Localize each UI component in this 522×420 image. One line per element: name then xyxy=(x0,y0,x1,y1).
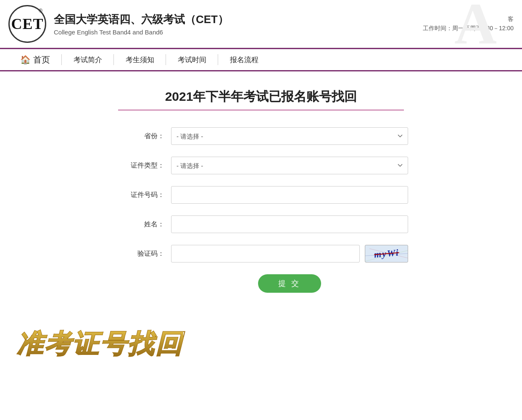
captcha-code-text: myWi xyxy=(374,247,400,260)
name-label: 姓名： xyxy=(114,220,164,229)
captcha-image[interactable]: myWi xyxy=(365,245,408,262)
site-title-cn: 全国大学英语四、六级考试（CET） xyxy=(54,12,229,27)
main-content: 2021年下半年考试已报名账号找回 省份： - 请选择 - 证件类型： - 请选… xyxy=(0,71,522,301)
navbar: 🏠 首页 考试简介 考生须知 考试时间 报名流程 xyxy=(0,48,522,71)
header-right: 客 工作时间：周一至周五8:30－12:00 xyxy=(423,16,514,32)
submit-button[interactable]: 提 交 xyxy=(258,274,321,293)
nav-time-label: 考试时间 xyxy=(178,55,206,65)
header-title-block: 全国大学英语四、六级考试（CET） College English Test B… xyxy=(54,12,229,36)
site-title-en: College English Test Band4 and Band6 xyxy=(54,29,229,36)
submit-row: 提 交 xyxy=(171,274,408,293)
id-type-control: - 请选择 - xyxy=(171,157,408,174)
logo-text: CET xyxy=(11,15,43,33)
id-number-row: 证件号码： xyxy=(114,186,408,204)
account-recovery-form: 省份： - 请选择 - 证件类型： - 请选择 - 证件号码： xyxy=(114,127,408,293)
nav-notice-label: 考生须知 xyxy=(126,55,154,65)
work-time: 工作时间：周一至周五8:30－12:00 xyxy=(423,25,514,32)
logo-registered: ® xyxy=(39,8,42,14)
bottom-title-fill: 准考证号找回 xyxy=(17,326,183,362)
province-control: - 请选择 - xyxy=(171,127,408,145)
name-row: 姓名： xyxy=(114,215,408,233)
logo: ® CET xyxy=(8,5,46,43)
captcha-group: myWi xyxy=(171,245,408,262)
captcha-label: 验证码： xyxy=(114,249,164,258)
id-number-input[interactable] xyxy=(171,186,408,204)
home-icon: 🏠 xyxy=(20,55,31,65)
header: ® CET 全国大学英语四、六级考试（CET） College English … xyxy=(0,0,522,48)
id-type-row: 证件类型： - 请选择 - xyxy=(114,157,408,174)
nav-process[interactable]: 报名流程 xyxy=(218,49,270,70)
nav-intro[interactable]: 考试简介 xyxy=(62,49,114,70)
nav-process-label: 报名流程 xyxy=(230,55,258,65)
nav-home-icon[interactable]: 🏠 首页 xyxy=(8,49,62,70)
id-number-control xyxy=(171,186,408,204)
nav-intro-label: 考试简介 xyxy=(74,55,102,65)
header-left: ® CET 全国大学英语四、六级考试（CET） College English … xyxy=(8,5,229,43)
province-label: 省份： xyxy=(114,132,164,141)
page-title: 2021年下半年考试已报名账号找回 xyxy=(165,88,357,105)
province-select[interactable]: - 请选择 - xyxy=(171,127,408,145)
nav-time[interactable]: 考试时间 xyxy=(166,49,218,70)
province-row: 省份： - 请选择 - xyxy=(114,127,408,145)
captcha-row: 验证码： myWi xyxy=(114,245,408,262)
name-input[interactable] xyxy=(171,215,408,233)
nav-home-label: 首页 xyxy=(33,54,50,66)
name-control xyxy=(171,215,408,233)
nav-notice[interactable]: 考生须知 xyxy=(114,49,166,70)
bottom-banner: 准考证号找回 准考证号找回 xyxy=(0,318,522,370)
captcha-input[interactable] xyxy=(171,245,360,262)
id-number-label: 证件号码： xyxy=(114,191,164,200)
title-underline xyxy=(118,110,404,110)
bottom-title-wrapper: 准考证号找回 准考证号找回 xyxy=(17,326,183,362)
client-label: 客 xyxy=(423,16,514,23)
id-type-label: 证件类型： xyxy=(114,161,164,170)
id-type-select[interactable]: - 请选择 - xyxy=(171,157,408,174)
captcha-control: myWi xyxy=(171,245,408,262)
